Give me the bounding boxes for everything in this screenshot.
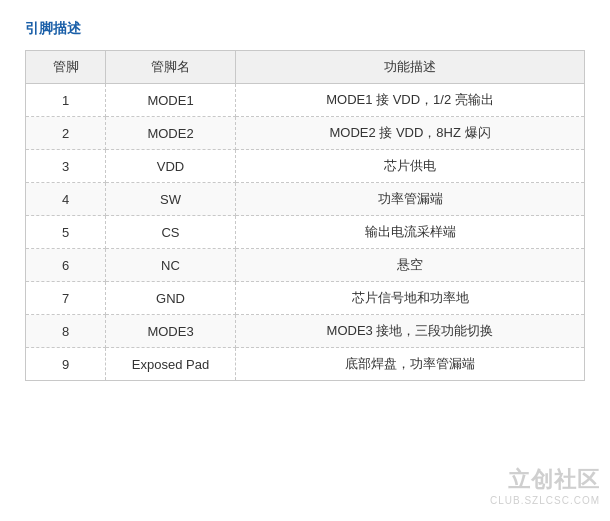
cell-desc: 底部焊盘，功率管漏端 (236, 348, 585, 381)
table-row: 9Exposed Pad底部焊盘，功率管漏端 (26, 348, 585, 381)
header-name: 管脚名 (106, 51, 236, 84)
header-desc: 功能描述 (236, 51, 585, 84)
pin-table: 管脚 管脚名 功能描述 1MODE1MODE1 接 VDD，1/2 亮输出2MO… (25, 50, 585, 381)
cell-desc: 功率管漏端 (236, 183, 585, 216)
cell-desc: 芯片供电 (236, 150, 585, 183)
header-pin: 管脚 (26, 51, 106, 84)
cell-name: CS (106, 216, 236, 249)
cell-desc: 输出电流采样端 (236, 216, 585, 249)
table-header-row: 管脚 管脚名 功能描述 (26, 51, 585, 84)
table-row: 1MODE1MODE1 接 VDD，1/2 亮输出 (26, 84, 585, 117)
cell-name: SW (106, 183, 236, 216)
cell-pin: 7 (26, 282, 106, 315)
cell-pin: 8 (26, 315, 106, 348)
cell-name: MODE1 (106, 84, 236, 117)
table-row: 6NC悬空 (26, 249, 585, 282)
cell-pin: 6 (26, 249, 106, 282)
table-row: 2MODE2MODE2 接 VDD，8HZ 爆闪 (26, 117, 585, 150)
table-row: 7GND芯片信号地和功率地 (26, 282, 585, 315)
table-row: 3VDD芯片供电 (26, 150, 585, 183)
watermark: 立创社区 CLUB.SZLCSC.COM (490, 465, 600, 506)
cell-pin: 9 (26, 348, 106, 381)
cell-name: NC (106, 249, 236, 282)
cell-desc: MODE3 接地，三段功能切换 (236, 315, 585, 348)
cell-name: MODE2 (106, 117, 236, 150)
table-row: 4SW功率管漏端 (26, 183, 585, 216)
cell-name: Exposed Pad (106, 348, 236, 381)
cell-name: GND (106, 282, 236, 315)
cell-pin: 4 (26, 183, 106, 216)
section-title: 引脚描述 (25, 20, 585, 38)
cell-desc: MODE1 接 VDD，1/2 亮输出 (236, 84, 585, 117)
cell-name: VDD (106, 150, 236, 183)
cell-desc: 芯片信号地和功率地 (236, 282, 585, 315)
cell-desc: MODE2 接 VDD，8HZ 爆闪 (236, 117, 585, 150)
watermark-line2: CLUB.SZLCSC.COM (490, 495, 600, 506)
cell-pin: 1 (26, 84, 106, 117)
cell-desc: 悬空 (236, 249, 585, 282)
cell-pin: 5 (26, 216, 106, 249)
cell-name: MODE3 (106, 315, 236, 348)
cell-pin: 3 (26, 150, 106, 183)
table-row: 8MODE3MODE3 接地，三段功能切换 (26, 315, 585, 348)
cell-pin: 2 (26, 117, 106, 150)
table-row: 5CS输出电流采样端 (26, 216, 585, 249)
watermark-line1: 立创社区 (508, 465, 600, 495)
